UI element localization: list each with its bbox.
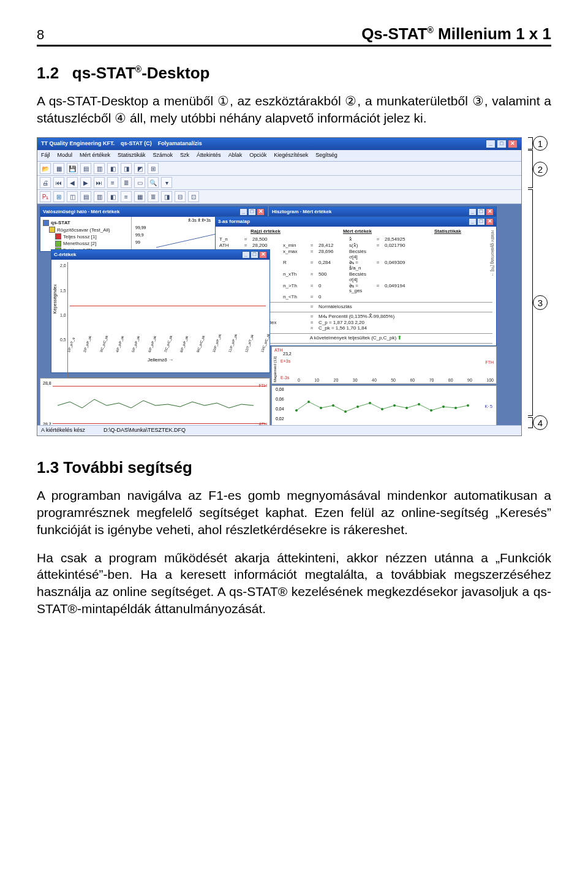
maximize-button[interactable]: □: [248, 208, 256, 216]
tool-icon[interactable]: P₁: [40, 191, 51, 202]
maximize-button[interactable]: □: [477, 208, 485, 216]
menu-item[interactable]: Számok: [153, 153, 173, 159]
close-button[interactable]: ✕: [486, 208, 494, 216]
tree-item[interactable]: Menethossz [2]: [43, 240, 129, 247]
menu-item[interactable]: Szk: [180, 153, 189, 159]
menu-item[interactable]: Segítség: [315, 153, 337, 159]
tool-icon[interactable]: ◨: [121, 163, 132, 174]
close-button[interactable]: ✕: [259, 251, 267, 258]
app-title-company: TT Quality Engineering KFT.: [41, 141, 115, 147]
status-text: A kiértékelés kész: [41, 428, 85, 434]
work-area: Valószínűségi háló · Mért értékek _□✕ qs…: [37, 204, 521, 436]
print-icon[interactable]: 🖨: [40, 177, 51, 188]
section-1-3-heading: 1.3 További segítség: [37, 458, 551, 477]
close-button[interactable]: ✕: [486, 218, 494, 225]
tool-icon[interactable]: ▭: [134, 177, 145, 188]
tool-icon[interactable]: ▤: [80, 191, 91, 202]
status-path: D:\Q-DAS\Munka\TESZTEK.DFQ: [104, 428, 186, 434]
callouts: 1 2 3 4: [522, 137, 551, 436]
tool-icon[interactable]: ⊞: [148, 163, 159, 174]
doc-title: Qs-STAT® Millenium 1 x 1: [361, 25, 551, 43]
page-number: 8: [37, 27, 44, 43]
y-axis-label: Képességindex: [53, 284, 58, 314]
tree-root[interactable]: qs-STAT: [43, 219, 129, 226]
status-bar: A kiértékelés kész D:\Q-DAS\Munka\TESZTE…: [37, 425, 521, 436]
tool-icon[interactable]: ⊟: [175, 191, 186, 202]
maximize-button[interactable]: □: [497, 140, 507, 148]
window-title: Valószínűségi háló · Mért értékek: [43, 209, 119, 215]
tool-icon[interactable]: ◧: [107, 191, 118, 202]
tree-item[interactable]: Teljes hossz [1]: [43, 233, 129, 240]
first-icon[interactable]: ⏮: [53, 177, 64, 188]
rel-freq-axis-label: relatív gyakoriság [%] →: [488, 230, 495, 343]
tool-icon[interactable]: ▤: [80, 163, 91, 174]
minimize-button[interactable]: _: [469, 218, 477, 225]
section-1-3-para-2: Ha csak a program működését akarja áttek…: [37, 549, 551, 617]
callout-4: 4: [533, 415, 548, 430]
screenshot-figure: TT Quality Engineering KFT. qs-STAT (C) …: [37, 137, 551, 436]
tool-icon[interactable]: ▦: [134, 191, 145, 202]
tool-icon[interactable]: ≣: [121, 177, 132, 188]
tool-icon[interactable]: ≡: [121, 191, 132, 202]
tool-icon[interactable]: ◨: [161, 191, 172, 202]
window-c-values[interactable]: C-értékek _□✕ Képességindex 2,0 1,5 1,0 …: [51, 249, 270, 373]
tool-icon[interactable]: ≣: [148, 191, 159, 202]
menu-item[interactable]: Fájl: [41, 153, 50, 159]
tool-icon[interactable]: ▾: [161, 177, 172, 188]
tool-icon[interactable]: ⊞: [53, 191, 64, 202]
close-button[interactable]: ✕: [257, 208, 265, 216]
tool-icon[interactable]: ≡: [107, 177, 118, 188]
maximize-button[interactable]: □: [251, 251, 258, 258]
section-1-2-heading: 1.2 qs-STAT®-Desktop: [37, 64, 551, 83]
tool-icon[interactable]: ▥: [94, 191, 105, 202]
minimize-button[interactable]: _: [242, 251, 250, 258]
x-axis-label: Jellemző →: [51, 358, 270, 363]
close-button[interactable]: ✕: [508, 140, 518, 148]
tree-item[interactable]: Rögzítőcsavar (Test_All): [43, 227, 129, 233]
maximize-button[interactable]: □: [477, 218, 485, 225]
window-histogram[interactable]: Hisztogram · Mért értékek _□✕: [269, 206, 497, 216]
header: 8 Qs-STAT® Millenium 1 x 1: [37, 25, 551, 47]
toolbar-row-2: 🖨 ⏮ ◀ ▶ ⏭ ≡ ≣ ▭ 🔍 ▾: [37, 176, 521, 190]
minimize-button[interactable]: _: [469, 208, 477, 216]
window-title: Hisztogram · Mért értékek: [272, 209, 331, 215]
callout-3: 3: [533, 295, 548, 310]
menu-item[interactable]: Kiegészítések: [274, 153, 308, 159]
menu-item[interactable]: Ablak: [228, 153, 243, 159]
app-title-module: qs-STAT (C): [121, 141, 152, 147]
app-title-mode: Folyamatanalízis: [158, 141, 202, 147]
arrow-up-icon: ⬆: [398, 335, 402, 341]
menu-item[interactable]: Modul: [58, 153, 73, 159]
menu-item[interactable]: Opciók: [249, 153, 266, 159]
tool-icon[interactable]: ▦: [53, 163, 64, 174]
menu-item[interactable]: Mért értékek: [80, 153, 110, 159]
section-1-2-para: A qs-STAT-Desktop a menüből ①, az eszköz…: [37, 92, 551, 126]
section-1-3-para-1: A programban navigálva az F1-es gomb meg…: [37, 487, 551, 538]
menu-item[interactable]: Statisztikák: [118, 153, 146, 159]
hist-scale: ATH FTH Magátmérő [13] 23,2 E+3s E-3s 0 …: [271, 346, 497, 384]
last-icon[interactable]: ⏭: [94, 177, 105, 188]
tool-icon[interactable]: ▥: [94, 163, 105, 174]
prev-icon[interactable]: ◀: [67, 177, 78, 188]
menu-bar: Fájl Modul Mért értékek Statisztikák Szá…: [37, 150, 521, 162]
next-icon[interactable]: ▶: [80, 177, 91, 188]
minimize-button[interactable]: _: [239, 208, 247, 216]
tool-icon[interactable]: ◩: [134, 163, 145, 174]
app-screenshot: TT Quality Engineering KFT. qs-STAT (C) …: [37, 137, 522, 436]
window-title: 3-as formalap: [218, 219, 250, 225]
window-title: C-értékek: [54, 252, 76, 258]
app-titlebar: TT Quality Engineering KFT. qs-STAT (C) …: [37, 138, 521, 150]
callout-1: 1: [533, 136, 548, 151]
menu-item[interactable]: Áttekintés: [197, 153, 221, 159]
tool-icon[interactable]: ◧: [107, 163, 118, 174]
open-icon[interactable]: 📂: [40, 163, 51, 174]
minimize-button[interactable]: _: [486, 140, 496, 148]
tool-icon[interactable]: ⊡: [188, 191, 199, 202]
callout-2: 2: [533, 162, 548, 176]
tool-icon[interactable]: ◫: [67, 191, 78, 202]
save-icon[interactable]: 💾: [67, 163, 78, 174]
toolbar-row-1: 📂 ▦ 💾 ▤ ▥ ◧ ◨ ◩ ⊞: [37, 162, 521, 176]
search-icon[interactable]: 🔍: [148, 177, 159, 188]
toolbar-row-3: P₁ ⊞ ◫ ▤ ▥ ◧ ≡ ▦ ≣ ◨ ⊟ ⊡: [37, 190, 521, 204]
